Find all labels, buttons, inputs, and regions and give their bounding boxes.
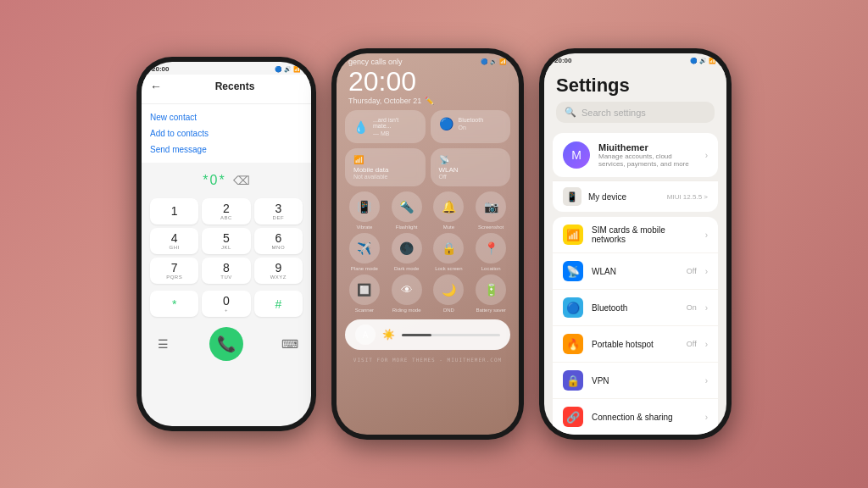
settings-list: M Miuithemer Manage accounts, cloud serv… — [544, 130, 726, 435]
settings-row-wlan[interactable]: 📡 WLAN Off › — [553, 253, 718, 290]
key-3[interactable]: 3DEF — [254, 198, 303, 225]
cc-darkmode-btn[interactable]: 🌑 Dark mode — [387, 233, 426, 271]
connection-label: Connection & sharing — [592, 413, 697, 422]
cc-dnd-label: DND — [443, 308, 454, 313]
device-icon: 📱 — [563, 187, 581, 206]
hotspot-value: Off — [687, 340, 697, 348]
contacts-icon[interactable]: ☰ — [150, 331, 175, 357]
cc-card-bluetooth[interactable]: 🔵 Bluetooth On — [431, 110, 511, 143]
search-placeholder: Search settings — [581, 108, 646, 118]
key-hash[interactable]: # — [254, 291, 303, 317]
key-4[interactable]: 4GHI — [150, 228, 198, 254]
cc-mute-btn[interactable]: 🔔 Mute — [430, 191, 469, 230]
cc-edit-icon[interactable]: ✏️ — [425, 97, 434, 105]
cc-lock-icon: 🔒 — [433, 233, 464, 263]
my-device-row[interactable]: 📱 My device MIUI 12.5.5 > — [553, 180, 718, 212]
key-1[interactable]: 1 — [150, 198, 198, 225]
account-desc: Manage accounts, cloud services, payment… — [598, 152, 697, 168]
cc-riding-icon: 👁 — [392, 274, 422, 305]
key-7[interactable]: 7PQRS — [150, 258, 198, 284]
settings-search-bar[interactable]: 🔍 Search settings — [556, 102, 715, 123]
cc-bottom-row: A ☀️ — [337, 316, 519, 353]
cc-data-icon: 💧 — [353, 120, 368, 134]
miui-version: MIUI 12.5.5 > — [667, 193, 708, 201]
account-name: Miuithemer — [598, 142, 697, 152]
dialer-actions: New contact Add to contacts Send message — [142, 104, 311, 163]
settings-row-connection[interactable]: 🔗 Connection & sharing › — [553, 399, 718, 435]
cc-mute-icon: 🔔 — [433, 191, 464, 222]
bluetooth-chevron-icon: › — [705, 303, 708, 313]
cc-data-sub: — MB — [373, 130, 417, 136]
bluetooth-label: Bluetooth — [592, 303, 678, 313]
search-icon: 🔍 — [565, 107, 576, 118]
new-contact-action[interactable]: New contact — [150, 109, 303, 125]
key-2[interactable]: 2ABC — [202, 198, 250, 225]
account-card[interactable]: M Miuithemer Manage accounts, cloud serv… — [553, 133, 718, 177]
status-bar-left: 20:00 🔵 🔊 📶 — [142, 62, 311, 75]
cc-data-title: ...ard isn't mate... — [373, 117, 417, 129]
connection-chevron-icon: › — [705, 413, 708, 422]
sim-chevron-icon: › — [705, 230, 708, 240]
send-message-action[interactable]: Send message — [150, 141, 303, 158]
cc-scanner-btn[interactable]: 🔲 Scanner — [345, 274, 384, 313]
cc-screenshot-btn[interactable]: 📷 Screenshot — [471, 191, 510, 230]
cc-battery-btn[interactable]: 🔋 Battery saver — [471, 274, 510, 313]
cc-vibrate-icon: 📳 — [349, 191, 380, 222]
sim-label: SIM cards & mobile networks — [592, 225, 697, 244]
settings-row-hotspot[interactable]: 🔥 Portable hotspot Off › — [553, 326, 718, 363]
cc-plane-icon: ✈️ — [349, 233, 380, 263]
key-9[interactable]: 9WXYZ — [254, 258, 303, 284]
status-time-left: 20:00 — [152, 65, 169, 73]
cc-card-data[interactable]: 💧 ...ard isn't mate... — MB — [345, 110, 426, 143]
backspace-button[interactable]: ⌫ — [233, 174, 250, 187]
settings-section-connectivity: 📶 SIM cards & mobile networks › 📡 WLAN O… — [553, 217, 718, 435]
add-to-contacts-action[interactable]: Add to contacts — [150, 125, 303, 141]
cc-icons-row1: 📳 Vibrate 🔦 Flashlight 🔔 Mute 📷 Screensh… — [337, 191, 519, 230]
cc-brightness-control[interactable]: A ☀️ — [345, 319, 510, 350]
dialpad-icon[interactable]: ⌨ — [277, 331, 303, 357]
back-button[interactable]: ← — [150, 80, 162, 93]
my-device-label: My device — [588, 192, 660, 202]
settings-header: Settings 🔍 Search settings — [544, 66, 726, 130]
settings-row-vpn[interactable]: 🔒 VPN › — [553, 363, 718, 399]
cc-location-btn[interactable]: 📍 Location — [471, 233, 510, 271]
hotspot-icon: 🔥 — [563, 334, 583, 354]
cc-riding-btn[interactable]: 👁 Riding mode — [387, 274, 426, 313]
account-info: Miuithemer Manage accounts, cloud servic… — [598, 142, 697, 168]
cc-dnd-btn[interactable]: 🌙 DND — [430, 274, 469, 313]
connection-icon: 🔗 — [563, 407, 583, 427]
cc-lock-btn[interactable]: 🔒 Lock screen — [430, 233, 469, 271]
key-0[interactable]: 0+ — [202, 291, 250, 317]
watermark: VISIT FOR MORE THEMES - MIUITHEMER.COM — [337, 353, 519, 366]
dialer-bottom: ☰ 📞 ⌨ — [142, 320, 311, 368]
bluetooth-icon: 🔵 — [563, 297, 583, 318]
cc-plane-label: Plane mode — [351, 266, 378, 271]
brightness-bar — [402, 334, 500, 336]
key-5[interactable]: 5JKL — [202, 228, 250, 254]
cc-icons-row2: ✈️ Plane mode 🌑 Dark mode 🔒 Lock screen … — [337, 233, 519, 271]
phone-left: 20:00 🔵 🔊 📶 ← Recents New contact Add to… — [136, 57, 316, 431]
cc-plane-btn[interactable]: ✈️ Plane mode — [345, 233, 384, 271]
cc-flashlight-label: Flashlight — [396, 225, 418, 230]
status-icons-right: 🔵 🔊 📶 — [690, 58, 716, 64]
status-bar-right: 20:00 🔵 🔊 📶 — [544, 53, 726, 66]
cc-vibrate-btn[interactable]: 📳 Vibrate — [345, 191, 384, 230]
key-6[interactable]: 6MNO — [254, 228, 303, 254]
key-star[interactable]: * — [150, 291, 198, 317]
status-time-right: 20:00 — [554, 57, 571, 64]
cc-clock: 20:00 — [337, 68, 519, 95]
phone-right: 20:00 🔵 🔊 📶 Settings 🔍 Search settings M… — [539, 48, 732, 440]
call-button[interactable]: 📞 — [209, 327, 243, 361]
cc-wlan-sub: Off — [439, 174, 503, 180]
wlan-chevron-icon: › — [705, 267, 708, 276]
cc-toggle-wlan[interactable]: 📡 WLAN Off — [431, 148, 511, 186]
cc-screenshot-icon: 📷 — [476, 191, 506, 222]
cc-scanner-icon: 🔲 — [349, 274, 380, 305]
cc-top-cards: 💧 ...ard isn't mate... — MB 🔵 Bluetooth … — [337, 110, 519, 143]
cc-mode-auto[interactable]: A — [355, 324, 376, 345]
key-8[interactable]: 8TUV — [202, 258, 250, 284]
settings-row-bluetooth[interactable]: 🔵 Bluetooth On › — [553, 290, 718, 326]
cc-flashlight-btn[interactable]: 🔦 Flashlight — [387, 191, 426, 230]
cc-toggle-mobile[interactable]: 📶 Mobile data Not available — [345, 148, 426, 186]
settings-row-sim[interactable]: 📶 SIM cards & mobile networks › — [553, 217, 718, 253]
